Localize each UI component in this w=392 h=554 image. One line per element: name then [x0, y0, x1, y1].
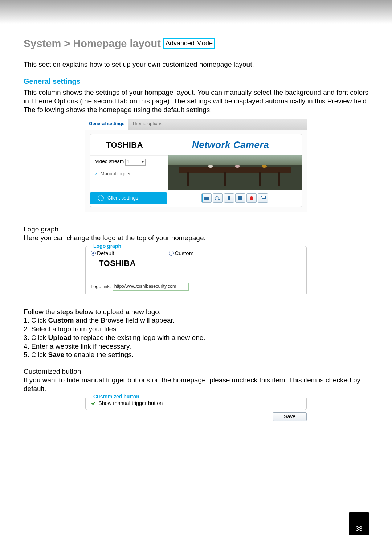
client-settings-button[interactable]: Client settings: [90, 192, 167, 204]
show-manual-trigger-checkbox[interactable]: [91, 401, 96, 406]
logo-graph-fieldset: Logo graph Default Custom TOSHIBA Logo l…: [85, 246, 307, 295]
radio-icon: [169, 251, 174, 256]
camera-icon[interactable]: [201, 193, 212, 203]
video-preview: [168, 155, 302, 190]
step-3: 3. Click Upload to replace the existing …: [24, 333, 368, 342]
logo-link-label: Logo link:: [91, 284, 111, 290]
logo-link-input[interactable]: http://www.toshibasecurity.com: [113, 283, 189, 291]
show-manual-trigger-label: Show manual trigger button: [98, 400, 163, 406]
steps-intro: Follow the steps below to upload a new l…: [24, 308, 368, 316]
save-button[interactable]: Save: [273, 412, 307, 422]
pause-icon[interactable]: [224, 193, 234, 203]
video-stream-select[interactable]: 1: [125, 159, 146, 166]
radio-custom-label: Custom: [175, 250, 194, 257]
logo-graph-intro: Here you can change the logo at the top …: [24, 234, 368, 242]
tab-theme-options[interactable]: Theme options: [128, 119, 166, 130]
general-settings-title: General settings: [24, 77, 368, 86]
preview-panel: General settings Theme options TOSHIBA N…: [85, 119, 307, 212]
page-number: 33: [349, 512, 369, 535]
customized-button-heading: Customized button: [24, 367, 368, 376]
radio-icon: [91, 251, 96, 256]
expand-icon[interactable]: »: [93, 173, 99, 175]
step-4: 4. Enter a website link if necessary.: [24, 342, 368, 351]
stop-icon[interactable]: [235, 193, 245, 203]
advanced-mode-badge: Advanced Mode: [163, 38, 215, 49]
customized-button-fieldset: Customized button Show manual trigger bu…: [85, 397, 307, 410]
step-1: 1. Click Custom and the Browse field wil…: [24, 316, 368, 325]
magnify-icon[interactable]: [213, 193, 223, 203]
manual-trigger-label: Manual trigger:: [101, 171, 132, 176]
client-settings-label: Client settings: [107, 195, 138, 201]
default-logo-preview: TOSHIBA: [99, 258, 301, 268]
customized-button-paragraph: If you want to hide manual trigger butto…: [24, 376, 368, 393]
product-title: Network Camera: [159, 139, 302, 151]
logo-graph-legend: Logo graph: [91, 243, 123, 250]
step-5: 5. Click Save to enable the settings.: [24, 350, 368, 359]
logo-graph-heading: Logo graph: [24, 225, 368, 234]
customized-button-legend: Customized button: [91, 394, 141, 400]
header-gradient: [0, 0, 392, 24]
gear-icon: [98, 195, 104, 201]
intro-text: This section explains how to set up your…: [24, 60, 368, 69]
brand-logo: TOSHIBA: [90, 140, 159, 150]
general-settings-paragraph: This column shows the settings of your h…: [24, 88, 368, 114]
page-title: System > Homepage layout: [24, 37, 161, 50]
radio-default-label: Default: [97, 250, 114, 257]
step-2: 2. Select a logo from your files.: [24, 325, 368, 333]
video-stream-label: Video stream: [95, 159, 124, 164]
record-icon[interactable]: [246, 193, 257, 203]
fullscreen-icon[interactable]: [258, 193, 268, 203]
radio-custom[interactable]: Custom: [169, 250, 194, 257]
tab-general-settings[interactable]: General settings: [85, 119, 128, 130]
radio-default[interactable]: Default: [91, 250, 114, 257]
